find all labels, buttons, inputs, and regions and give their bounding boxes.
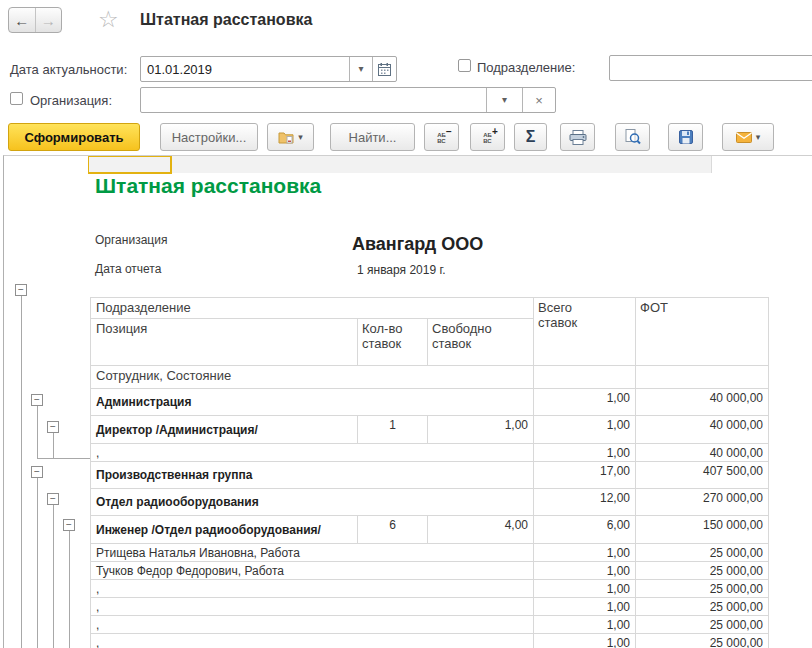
cell-qty[interactable]: 6	[358, 516, 428, 544]
chevron-down-icon: ▾	[298, 133, 303, 142]
date-dropdown-button[interactable]: ▾	[349, 57, 372, 81]
header-cell-fot[interactable]: ФОТ	[636, 298, 769, 366]
group-tree-line	[53, 505, 54, 648]
organization-checkbox[interactable]	[10, 92, 23, 105]
cell-total[interactable]: 6,00	[534, 516, 636, 544]
send-mail-button[interactable]: ▾	[722, 123, 774, 151]
cell-group-name[interactable]: Администрация	[91, 389, 534, 416]
collapse-group-button[interactable]: −	[47, 493, 59, 505]
organization-field: ▾ ×	[140, 87, 556, 113]
selected-cell[interactable]	[88, 156, 172, 174]
chevron-down-icon: ▾	[358, 64, 363, 74]
group-tree-line	[37, 478, 38, 648]
report-date-label[interactable]: Дата отчета	[95, 262, 161, 276]
cell-total[interactable]: 17,00	[534, 462, 636, 489]
cell-fot[interactable]: 25 000,00	[636, 598, 769, 616]
print-button[interactable]	[560, 123, 595, 151]
cell-fot[interactable]: 150 000,00	[636, 516, 769, 544]
report-table: Подразделение Всего ставок ФОТ Позиция К…	[90, 297, 769, 648]
cell-total[interactable]: 1,00	[534, 580, 636, 598]
settings-button[interactable]: Настройки...	[160, 123, 258, 151]
cell-fot[interactable]: 25 000,00	[636, 634, 769, 648]
collapse-group-button[interactable]: −	[31, 466, 43, 478]
save-button[interactable]	[668, 123, 703, 151]
folder-icon	[278, 131, 294, 144]
cell-total[interactable]: 1,00	[534, 598, 636, 616]
cell-free[interactable]: 4,00	[428, 516, 534, 544]
header-cell-qty[interactable]: Кол-во ставок	[358, 319, 428, 366]
organization-label: Организация:	[30, 93, 112, 108]
table-row: ,1,0025 000,00	[91, 580, 769, 598]
cell-total[interactable]: 1,00	[534, 634, 636, 648]
cell-employee-name[interactable]: Тучков Федор Федорович, Работа	[91, 562, 534, 580]
table-row: Отдел радиооборудования12,00270 000,00	[91, 489, 769, 516]
cell-fot[interactable]: 407 500,00	[636, 462, 769, 489]
expand-groups-button[interactable]: АБВС +	[470, 123, 505, 151]
cell-fot[interactable]: 25 000,00	[636, 580, 769, 598]
header-cell-free[interactable]: Свободно ставок	[428, 319, 534, 366]
report-org-label[interactable]: Организация	[95, 233, 167, 247]
page-title: Штатная расстановка	[140, 11, 312, 29]
cell-employee-name[interactable]: Ртищева Наталья Ивановна, Работа	[91, 544, 534, 562]
cell-qty[interactable]: 1	[358, 416, 428, 444]
collapse-groups-button[interactable]: АБВС −	[424, 123, 459, 151]
cell-total[interactable]: 12,00	[534, 489, 636, 516]
organization-dropdown-button[interactable]: ▾	[486, 88, 522, 112]
cell-employee-name[interactable]: ,	[91, 580, 534, 598]
cell-employee-name[interactable]: ,	[91, 444, 534, 462]
cell-employee-name[interactable]: ,	[91, 598, 534, 616]
cell-employee-name[interactable]: ,	[91, 634, 534, 648]
organization-input[interactable]	[141, 88, 486, 112]
header-cell-position[interactable]: Позиция	[91, 319, 358, 366]
generate-button[interactable]: Сформировать	[8, 123, 140, 151]
cell-fot[interactable]: 40 000,00	[636, 389, 769, 416]
collapse-group-button[interactable]: −	[15, 284, 27, 296]
cell-total[interactable]: 1,00	[534, 616, 636, 634]
subdivision-checkbox[interactable]	[458, 59, 471, 72]
subdivision-input[interactable]	[610, 56, 812, 80]
preview-icon	[624, 129, 641, 145]
forward-button[interactable]: →	[36, 8, 62, 32]
collapse-group-button[interactable]: −	[31, 394, 43, 406]
table-header-row: Подразделение Всего ставок ФОТ	[91, 298, 769, 319]
cell-employee-name[interactable]: ,	[91, 616, 534, 634]
cell-position-name[interactable]: Инженер /Отдел радиооборудования/	[91, 516, 358, 544]
floppy-disk-icon	[679, 130, 693, 144]
cell-total[interactable]: 1,00	[534, 544, 636, 562]
cell-free[interactable]: 1,00	[428, 416, 534, 444]
header-cell-empty[interactable]	[636, 366, 769, 389]
table-row: Ртищева Наталья Ивановна, Работа1,0025 0…	[91, 544, 769, 562]
cell-total[interactable]: 1,00	[534, 562, 636, 580]
report-variants-button[interactable]: ▾	[267, 123, 314, 151]
cell-group-name[interactable]: Производственная группа	[91, 462, 534, 489]
header-cell-total[interactable]: Всего ставок	[534, 298, 636, 366]
cell-total[interactable]: 1,00	[534, 444, 636, 462]
cell-fot[interactable]: 25 000,00	[636, 544, 769, 562]
header-cell-empty[interactable]	[534, 366, 636, 389]
collapse-group-button[interactable]: −	[63, 519, 75, 531]
cell-fot[interactable]: 25 000,00	[636, 616, 769, 634]
organization-clear-button[interactable]: ×	[522, 88, 555, 112]
cell-fot[interactable]: 40 000,00	[636, 416, 769, 444]
cell-position-name[interactable]: Директор /Администрация/	[91, 416, 358, 444]
preview-button[interactable]	[615, 123, 650, 151]
favorite-star-icon[interactable]: ☆	[98, 6, 119, 32]
spreadsheet-top-row[interactable]	[88, 156, 712, 173]
cell-total[interactable]: 1,00	[534, 389, 636, 416]
header-cell-group[interactable]: Подразделение	[91, 298, 534, 319]
back-button[interactable]: ←	[9, 8, 36, 32]
header-cell-employee[interactable]: Сотрудник, Состояние	[91, 366, 534, 389]
date-input[interactable]	[141, 57, 349, 81]
sum-button[interactable]: Σ	[514, 123, 547, 151]
date-calendar-button[interactable]	[372, 57, 396, 81]
cell-total[interactable]: 1,00	[534, 416, 636, 444]
cell-fot[interactable]: 40 000,00	[636, 444, 769, 462]
find-button[interactable]: Найти...	[330, 123, 415, 151]
cell-fot[interactable]: 25 000,00	[636, 562, 769, 580]
collapse-group-button[interactable]: −	[47, 421, 59, 433]
cell-fot[interactable]: 270 000,00	[636, 489, 769, 516]
report-table-header: Подразделение Всего ставок ФОТ Позиция К…	[91, 298, 769, 389]
cell-group-name[interactable]: Отдел радиооборудования	[91, 489, 534, 516]
report-date-value[interactable]: 1 января 2019 г.	[357, 263, 446, 277]
report-org-value[interactable]: Авангард ООО	[352, 234, 483, 255]
